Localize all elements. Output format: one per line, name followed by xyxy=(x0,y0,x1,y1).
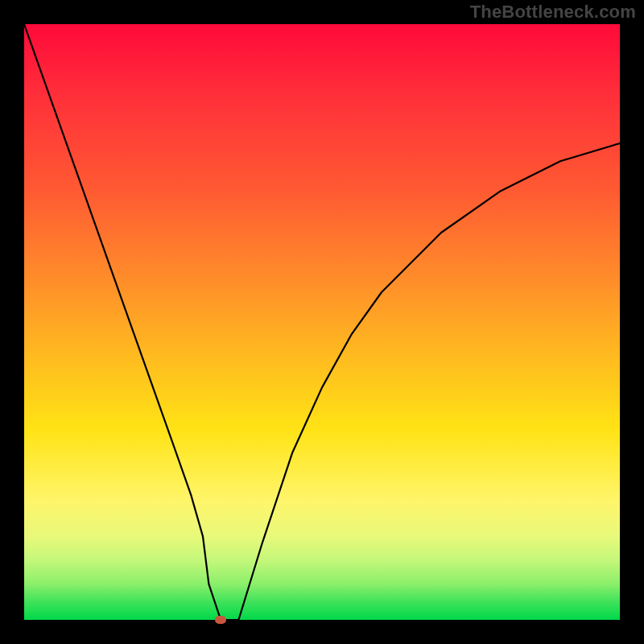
chart-frame: TheBottleneck.com xyxy=(0,0,644,644)
minimum-marker xyxy=(215,616,226,624)
bottleneck-curve xyxy=(24,24,620,620)
plot-area xyxy=(24,24,620,620)
curve-svg xyxy=(24,24,620,620)
watermark-text: TheBottleneck.com xyxy=(470,2,636,23)
